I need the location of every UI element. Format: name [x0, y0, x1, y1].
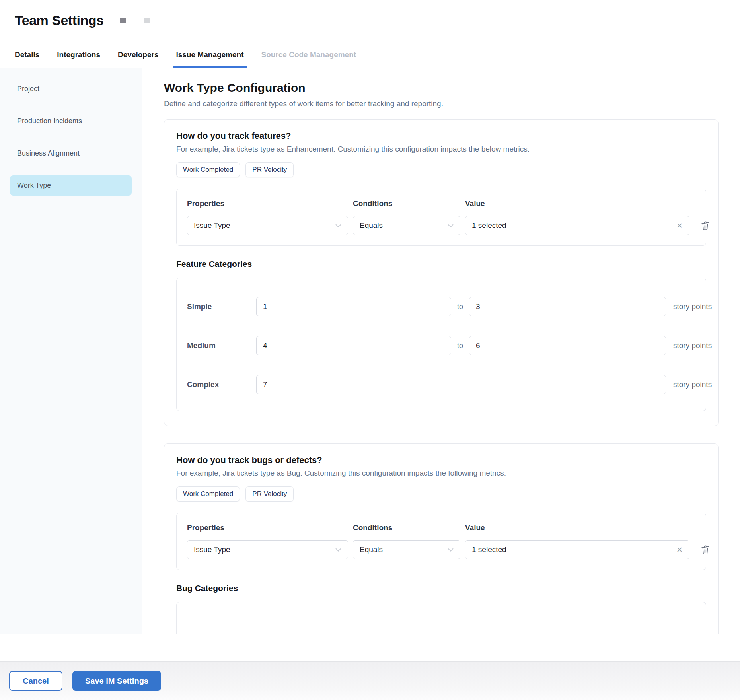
category-row-medium: Medium to story points [187, 336, 695, 355]
bug-categories-panel [176, 602, 706, 634]
clear-icon[interactable]: ✕ [676, 222, 683, 229]
bug-categories-title: Bug Categories [176, 583, 706, 593]
conditions-label: Conditions [353, 199, 460, 208]
value-selected-count: 1 selected [472, 221, 506, 230]
sidebar-item-project[interactable]: Project [10, 79, 132, 99]
main-content: Work Type Configuration Define and categ… [142, 68, 740, 634]
unit-label: story points [673, 302, 712, 311]
condition-labels-row: Properties Conditions Value [187, 199, 695, 216]
page-title: Work Type Configuration [164, 81, 719, 95]
metric-chip-work-completed: Work Completed [176, 486, 240, 502]
category-label: Complex [187, 380, 256, 389]
features-metric-chips: Work Completed PR Velocity [176, 162, 706, 177]
bugs-card-title: How do you track bugs or defects? [176, 455, 706, 465]
footer-bar: Cancel Save IM Settings [0, 661, 740, 700]
range-from-input[interactable] [256, 375, 666, 394]
condition-labels-row: Properties Conditions Value [187, 523, 695, 540]
range-to-input[interactable] [469, 336, 666, 355]
page-header-title: Team Settings [15, 13, 103, 28]
unit-label: story points [673, 380, 712, 389]
value-label: Value [465, 199, 689, 208]
chevron-down-icon [335, 548, 341, 552]
features-card: How do you track features? For example, … [164, 119, 719, 426]
property-select-value: Issue Type [194, 221, 230, 230]
bugs-card-description: For example, Jira tickets type as Bug. C… [176, 469, 706, 478]
value-multiselect[interactable]: 1 selected ✕ [465, 540, 689, 559]
properties-label: Properties [187, 523, 348, 532]
save-im-settings-button[interactable]: Save IM Settings [72, 671, 161, 691]
range-to-input[interactable] [469, 297, 666, 316]
tab-issue-management[interactable]: Issue Management [176, 41, 244, 68]
header-divider [111, 14, 111, 27]
category-label: Simple [187, 302, 256, 311]
conditions-label: Conditions [353, 523, 460, 532]
category-row-simple: Simple to story points [187, 297, 695, 316]
tab-bar: Details Integrations Developers Issue Ma… [0, 41, 740, 68]
body: Project Production Incidents Business Al… [0, 68, 740, 634]
feature-categories-panel: Simple to story points Medium to story p… [176, 278, 706, 411]
condition-select[interactable]: Equals [353, 540, 460, 559]
condition-select-value: Equals [360, 221, 383, 230]
range-from-input[interactable] [256, 297, 451, 316]
tab-source-code-management[interactable]: Source Code Management [261, 41, 356, 68]
properties-label: Properties [187, 199, 348, 208]
features-condition-panel: Properties Conditions Value Issue Type E… [176, 189, 706, 246]
metric-chip-pr-velocity: PR Velocity [245, 162, 294, 177]
feature-categories-title: Feature Categories [176, 259, 706, 269]
page-subtitle: Define and categorize different types of… [164, 99, 719, 108]
category-label: Medium [187, 341, 256, 350]
value-selected-count: 1 selected [472, 545, 506, 554]
to-label: to [451, 303, 469, 311]
tab-details[interactable]: Details [15, 41, 39, 68]
footer-gap [0, 634, 740, 661]
sidebar-item-production-incidents[interactable]: Production Incidents [10, 111, 132, 131]
chevron-down-icon [448, 224, 454, 228]
condition-controls-row: Issue Type Equals 1 selected ✕ [187, 540, 695, 559]
trash-icon[interactable] [694, 544, 711, 555]
bugs-metric-chips: Work Completed PR Velocity [176, 486, 706, 502]
app-header: Team Settings [0, 0, 740, 41]
chevron-down-icon [448, 548, 454, 552]
sidebar-item-work-type[interactable]: Work Type [10, 175, 132, 196]
property-select[interactable]: Issue Type [187, 216, 348, 235]
bugs-condition-panel: Properties Conditions Value Issue Type E… [176, 513, 706, 570]
metric-chip-pr-velocity: PR Velocity [245, 486, 294, 502]
cancel-button[interactable]: Cancel [9, 671, 62, 691]
property-select[interactable]: Issue Type [187, 540, 348, 559]
chevron-down-icon [335, 224, 341, 228]
condition-select-value: Equals [360, 545, 383, 554]
sidebar: Project Production Incidents Business Al… [0, 68, 142, 634]
tab-integrations[interactable]: Integrations [57, 41, 100, 68]
metric-chip-work-completed: Work Completed [176, 162, 240, 177]
condition-select[interactable]: Equals [353, 216, 460, 235]
sidebar-item-business-alignment[interactable]: Business Alignment [10, 143, 132, 163]
trash-icon[interactable] [694, 220, 711, 231]
square-icon-dark [120, 18, 126, 23]
value-multiselect[interactable]: 1 selected ✕ [465, 216, 689, 235]
property-select-value: Issue Type [194, 545, 230, 554]
bugs-card: How do you track bugs or defects? For ex… [164, 443, 719, 634]
tab-developers[interactable]: Developers [118, 41, 158, 68]
value-label: Value [465, 523, 689, 532]
square-icon-light [144, 18, 150, 23]
features-card-description: For example, Jira tickets type as Enhanc… [176, 145, 706, 154]
to-label: to [451, 342, 469, 350]
condition-controls-row: Issue Type Equals 1 selected ✕ [187, 216, 695, 235]
clear-icon[interactable]: ✕ [676, 546, 683, 554]
range-from-input[interactable] [256, 336, 451, 355]
category-row-complex: Complex story points [187, 375, 695, 394]
unit-label: story points [673, 341, 712, 350]
features-card-title: How do you track features? [176, 131, 706, 141]
